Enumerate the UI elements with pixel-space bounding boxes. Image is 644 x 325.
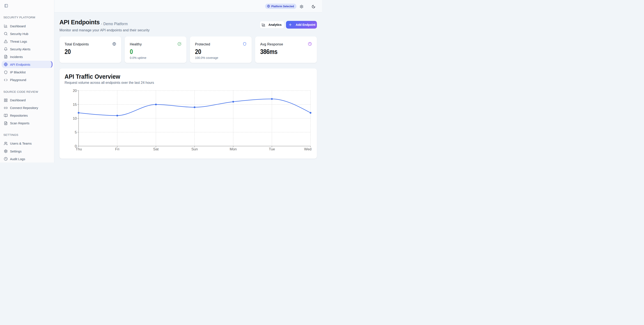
svg-text:20: 20: [73, 89, 77, 93]
svg-text:Thu: Thu: [76, 147, 82, 151]
svg-text:5: 5: [75, 130, 77, 134]
svg-text:Wed: Wed: [304, 147, 312, 151]
svg-text:Fri: Fri: [115, 147, 119, 151]
svg-text:10: 10: [73, 116, 77, 121]
svg-text:Tue: Tue: [269, 147, 275, 151]
svg-text:Sat: Sat: [153, 147, 159, 151]
svg-text:15: 15: [73, 102, 77, 106]
svg-text:Mon: Mon: [230, 147, 237, 151]
svg-text:Sun: Sun: [191, 147, 198, 151]
